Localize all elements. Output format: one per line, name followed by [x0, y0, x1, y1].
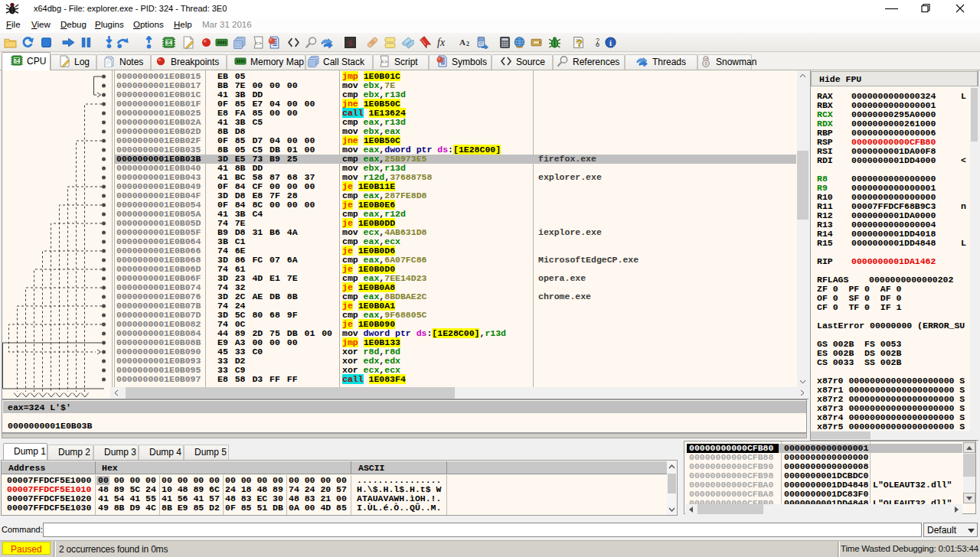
svg-text:<>: <> [381, 59, 387, 65]
svg-text:i: i [609, 39, 612, 47]
svg-text:2: 2 [466, 41, 469, 47]
svg-text:?: ? [577, 37, 583, 49]
svg-text:S: S [348, 39, 353, 47]
svg-text:fx: fx [437, 37, 446, 48]
svg-text:64: 64 [14, 58, 20, 64]
svg-text:A: A [459, 37, 466, 47]
svg-text:<>: <> [255, 41, 262, 47]
svg-text:64: 64 [165, 39, 172, 46]
